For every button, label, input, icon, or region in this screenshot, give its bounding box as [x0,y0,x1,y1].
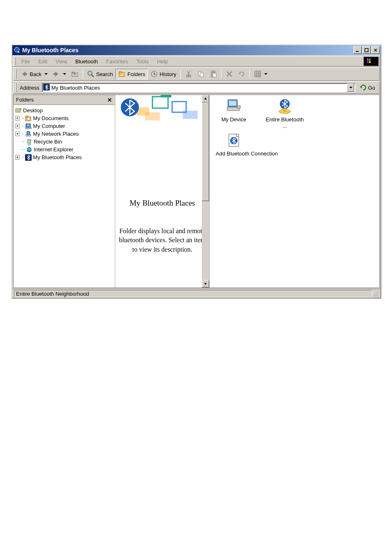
tree-item-ie[interactable]: ···· Internet Explorer [14,146,114,153]
address-bar: Address My Bluetooth Places Go [13,81,380,94]
scroll-up-button[interactable] [202,95,209,102]
separator [249,70,250,79]
expand-icon[interactable]: + [15,124,20,128]
folders-button[interactable]: Folders [115,69,148,79]
svg-point-9 [88,71,92,75]
delete-button[interactable] [223,69,235,79]
svg-rect-48 [183,111,198,119]
cut-button[interactable] [182,69,195,79]
chevron-down-icon [264,73,267,75]
search-button[interactable]: Search [85,69,115,79]
svg-rect-23 [255,71,261,77]
app-icon [14,47,21,53]
resize-grip[interactable] [372,291,379,297]
maximize-button[interactable] [362,46,371,54]
separator [180,70,181,79]
back-button[interactable]: Back [18,69,50,79]
menu-help[interactable]: Help [153,57,172,66]
svg-point-0 [14,47,19,52]
grip[interactable] [14,58,16,65]
expand-icon[interactable]: + [15,132,20,136]
menu-tools[interactable]: Tools [132,57,153,66]
undo-button[interactable] [235,69,248,79]
scrollbar[interactable] [202,95,209,287]
info-banner [115,95,209,120]
content-area: Folders ✕ Desktop + ··· My Documents + ·… [13,95,380,288]
scroll-down-button[interactable] [202,280,209,287]
copy-button[interactable] [195,69,207,79]
scroll-thumb[interactable] [202,102,209,201]
grip[interactable] [15,69,16,79]
address-field[interactable]: My Bluetooth Places [42,83,355,92]
item-add-connection[interactable]: Add Bluetooth Connection [214,132,375,157]
bluetooth-icon [43,84,50,92]
close-button[interactable] [371,46,380,54]
address-label: Address [19,85,40,91]
menu-favorites[interactable]: Favorites [102,57,132,66]
svg-line-10 [92,75,94,77]
tree-item-mydocuments[interactable]: + ··· My Documents [14,114,114,122]
separator [221,70,221,79]
bluetooth-globe-icon [277,98,293,115]
svg-rect-20 [213,73,216,77]
svg-rect-17 [200,73,203,77]
menu-view[interactable]: View [51,57,71,66]
chevron-down-icon [44,73,48,75]
up-button[interactable] [69,69,81,79]
svg-point-15 [189,75,191,77]
svg-rect-54 [229,101,236,105]
svg-point-38 [27,131,30,134]
views-button[interactable] [251,69,270,79]
ie-icon [26,146,32,153]
paste-button[interactable] [207,69,219,79]
expand-icon[interactable]: + [15,155,20,160]
folder-icon [25,115,32,122]
desktop-icon [15,107,22,114]
toolbar: Back Search Folders History [13,67,380,81]
info-pane: My Bluetooth Places Folder displays loca… [115,95,210,287]
explorer-window: My Bluetooth Places File Edit View Bluet… [12,44,381,299]
add-bluetooth-icon [226,132,242,149]
svg-rect-33 [25,116,28,117]
status-text: Entire Bluetooth Neighborhood [14,290,372,297]
separator [83,70,83,79]
close-icon[interactable]: ✕ [107,97,112,103]
svg-rect-40 [29,134,31,136]
back-label: Back [30,71,42,77]
info-title: My Bluetooth Places [115,199,209,208]
minimize-button[interactable] [353,46,362,54]
address-dropdown[interactable] [347,83,354,92]
menubar: File Edit View Bluetooth Favorites Tools… [13,56,380,67]
grip[interactable] [15,83,16,92]
menu-file[interactable]: File [17,57,34,66]
titlebar: My Bluetooth Places [12,45,380,55]
menu-bluetooth[interactable]: Bluetooth [71,57,102,66]
tree-item-desktop[interactable]: Desktop [14,107,114,114]
network-icon [25,131,32,137]
statusbar: Entire Bluetooth Neighborhood [12,289,380,298]
bluetooth-icon [25,154,32,161]
svg-rect-50 [145,112,160,120]
svg-rect-30 [16,109,20,111]
recycle-icon [26,139,32,145]
menu-edit[interactable]: Edit [34,57,51,66]
go-button[interactable]: Go [357,83,378,92]
search-label: Search [96,71,113,77]
expand-icon[interactable]: + [15,116,20,120]
tree-item-recyclebin[interactable]: ···· Recycle Bin [14,138,114,146]
computer-icon [25,123,32,130]
folders-label: Folders [127,71,145,77]
folder-tree: Desktop + ··· My Documents + ··· My Comp… [14,105,115,163]
svg-rect-46 [161,95,171,97]
history-button[interactable]: History [148,69,178,79]
tree-item-mynetwork[interactable]: + ··· My Network Places [14,130,114,138]
item-entire-bluetooth[interactable]: Entire Bluetooth ... [265,98,304,129]
tree-item-bluetooth[interactable]: + ··· My Bluetooth Places [14,153,114,161]
svg-point-14 [186,75,188,77]
tree-item-mycomputer[interactable]: + ··· My Computer [14,122,114,130]
svg-rect-2 [356,51,359,52]
svg-point-31 [20,108,21,110]
forward-button[interactable] [50,69,69,79]
info-description: Folder displays local and remote bluetoo… [115,227,209,254]
item-my-device[interactable]: My Device [214,98,254,129]
